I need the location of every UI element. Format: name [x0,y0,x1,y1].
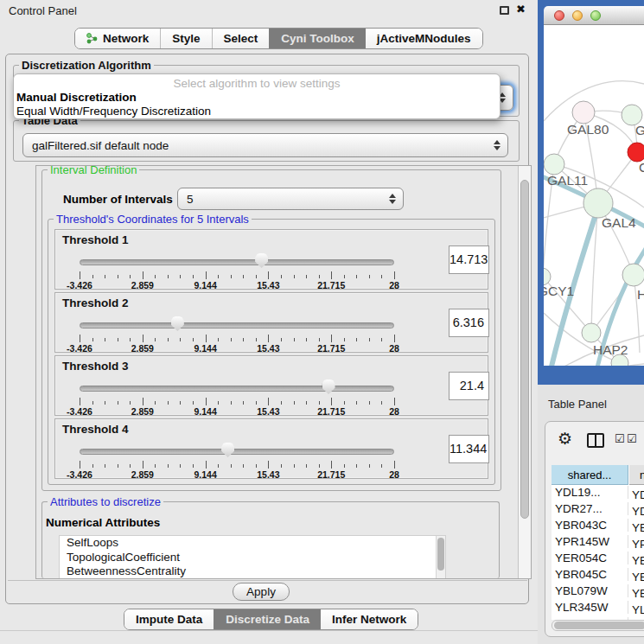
table-data-group: Table Data galFiltered.sif default node [13,120,520,162]
cell-name[interactable]: YBL0 [628,587,644,600]
threshold-label: Threshold 3 [62,360,129,373]
checkbox-icon[interactable]: ☑ [615,432,625,445]
cell-name[interactable]: YBR0 [628,571,644,583]
cell-shared-name[interactable]: YER054C [552,552,628,564]
network-node[interactable] [583,188,613,218]
attribute-list-item[interactable]: SelfLoops [60,536,445,551]
tab-style[interactable]: Style [160,29,211,48]
column-header-shared-name[interactable]: shared... [552,465,628,485]
cell-shared-name[interactable]: YBR043C [552,519,628,532]
threshold-panel: Threshold 2-3.4262.8599.14415.4321.71528… [54,292,488,353]
dropdown-option-equal-width[interactable]: Equal Width/Frequency Discretization [16,105,211,118]
cell-shared-name[interactable]: YLR345W [552,601,628,614]
cell-name[interactable]: YDR2 [628,505,644,518]
zoom-traffic-light-icon[interactable] [590,10,601,21]
column-header-name[interactable]: n [629,465,644,485]
scrollbar-thumb[interactable] [437,538,444,571]
cell-name[interactable]: YBR0 [628,521,644,534]
threshold-slider[interactable]: -3.4262.8599.14415.4321.71528 [80,375,394,415]
slider-track[interactable] [80,449,394,455]
cell-name[interactable]: YER0 [628,554,644,567]
attribute-list-item[interactable]: TopologicalCoefficient [60,551,445,565]
close-traffic-light-icon[interactable] [554,10,564,21]
slider-track[interactable] [80,386,394,392]
table-data-combobox[interactable]: galFiltered.sif default node [22,133,508,157]
cell-name[interactable]: YPR1 [628,538,644,551]
num-intervals-combobox[interactable]: 5 [177,188,404,210]
threshold-value-field[interactable]: 14.713 [449,245,489,274]
table-row[interactable]: YPR145WYPR1 [552,535,644,552]
combo-value: galFiltered.sif default node [32,139,169,152]
cell-name[interactable]: YLR3 [628,603,644,616]
cell-shared-name[interactable]: YBL079W [552,584,628,597]
apply-button[interactable]: Apply [233,583,290,601]
network-edge[interactable] [544,364,644,366]
node-label: GAL80 [567,122,609,137]
network-window-titlebar[interactable] [544,6,644,25]
node-label: H [637,287,644,302]
close-icon[interactable]: ✖ [516,3,526,16]
slider-thumb-icon[interactable] [221,443,234,457]
tab-network[interactable]: Network [75,29,160,48]
slider-track[interactable] [80,322,394,328]
cell-shared-name[interactable]: YPR145W [552,535,628,548]
network-canvas-container[interactable]: GAL80GACGAL11GAL4GCY1HHAP2 [544,25,644,366]
tab-select[interactable]: Select [212,29,270,48]
float-window-icon[interactable] [500,6,509,15]
threshold-slider[interactable]: -3.4262.8599.14415.4321.71528 [80,438,394,478]
threshold-value-field[interactable]: 21.4 [449,372,489,400]
group-title: Discretization Algorithm [19,59,154,72]
list-scrollbar[interactable] [436,536,445,579]
node-attribute-table: shared... n YDL19...YDL1YDR27...YDR2YBR0… [552,465,644,620]
network-node[interactable] [544,268,551,285]
slider-thumb-icon[interactable] [322,379,335,394]
table-row[interactable]: YBL079WYBL0 [552,584,644,601]
network-node[interactable] [572,101,595,124]
table-row[interactable]: YDR27...YDR2 [552,502,644,519]
columns-icon[interactable] [587,433,604,448]
tab-label: Network [103,32,149,45]
cell-shared-name[interactable]: YDL19... [552,486,628,499]
threshold-value-field[interactable]: 6.316 [449,309,489,337]
minimize-traffic-light-icon[interactable] [572,10,583,21]
gear-icon[interactable]: ⚙ [558,429,572,449]
table-row[interactable]: YBR045CYBR0 [552,568,644,584]
dropdown-placeholder: Select algorithm to view settings [14,77,500,90]
cell-shared-name[interactable]: YBR045C [552,568,628,581]
table-row[interactable]: YDL19...YDL1 [552,486,644,502]
tab-cyni-toolbox[interactable]: Cyni Toolbox [269,29,366,48]
tab-discretize-data[interactable]: Discretize Data [214,609,321,629]
network-node[interactable] [544,154,564,175]
network-canvas[interactable]: GAL80GACGAL11GAL4GCY1HHAP2 [544,25,644,366]
table-row[interactable]: YBR043CYBR0 [552,519,644,535]
scrollbar-thumb[interactable] [554,622,644,629]
numerical-attributes-list[interactable]: SelfLoopsTopologicalCoefficientBetweenne… [59,535,446,579]
cell-name[interactable]: YDL1 [628,488,644,501]
slider-thumb-icon[interactable] [171,316,184,331]
threshold-value-field[interactable]: 11.344 [449,435,489,463]
network-node[interactable] [582,323,601,342]
node-label: GAL11 [547,173,588,188]
scrollbar-thumb[interactable] [520,180,529,519]
attribute-list-item[interactable]: BetweennessCentrality [60,564,445,579]
tab-infer-network[interactable]: Infer Network [321,609,418,629]
table-row[interactable]: YLR345WYLR3 [552,601,644,617]
vertical-scrollbar[interactable] [518,166,531,578]
threshold-slider[interactable]: -3.4262.8599.14415.4321.71528 [80,249,394,289]
tab-jactivemnodules[interactable]: jActiveMNodules [366,29,482,48]
slider-track[interactable] [80,259,394,265]
checkbox-icon[interactable]: ☑ [627,432,637,445]
cell-shared-name[interactable]: YDR27... [552,502,628,515]
tab-impute-data[interactable]: Impute Data [124,609,214,629]
table-row[interactable]: YER054CYER0 [552,552,644,568]
settings-scrollpane: Interval Definition Number of Intervals … [35,165,532,579]
network-node[interactable] [622,264,644,286]
cyni-toolbox-panel: Discretization Algorithm Select algorith… [5,54,529,604]
slider-ticks [80,461,394,469]
horizontal-scrollbar[interactable] [552,620,644,631]
network-node[interactable] [628,143,644,162]
dropdown-option-manual[interactable]: Manual Discretization [16,91,137,104]
slider-thumb-icon[interactable] [255,253,268,268]
table-header: shared... n [552,465,644,485]
threshold-slider[interactable]: -3.4262.8599.14415.4321.71528 [80,312,394,352]
